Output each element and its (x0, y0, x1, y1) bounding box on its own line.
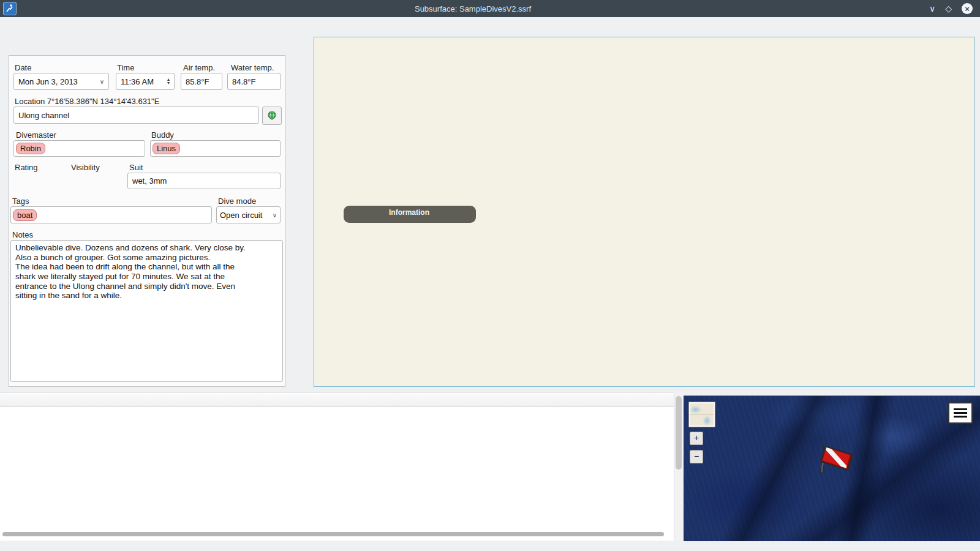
dive-list-header (0, 392, 674, 407)
map-zoom-out-button[interactable]: − (690, 450, 703, 463)
date-label: Date (15, 63, 31, 72)
date-combobox[interactable]: Mon Jun 3, 2013∨ (13, 73, 109, 90)
tags-label: Tags (12, 197, 29, 206)
divemaster-input[interactable]: Robin (13, 140, 145, 157)
tags-input[interactable]: boat (10, 206, 212, 223)
minimize-button[interactable]: ∨ (929, 4, 935, 13)
chevron-down-icon: ∨ (100, 78, 104, 85)
vertical-scrollbar[interactable] (674, 392, 684, 540)
buddy-input[interactable]: Linus (150, 140, 281, 157)
profile-toolbar (292, 39, 314, 388)
hamburger-icon (954, 408, 967, 418)
chevron-down-icon: ∨ (273, 212, 277, 219)
rating-label: Rating (15, 163, 38, 172)
buddy-chip[interactable]: Linus (153, 143, 180, 154)
time-label: Time (117, 63, 134, 72)
window-title: Subsurface: SampleDivesV2.ssrf (17, 4, 929, 13)
spinner-icons[interactable]: ▴▾ (167, 78, 170, 85)
dive-profile-chart[interactable]: Information (314, 37, 975, 387)
app-icon (3, 2, 17, 15)
suit-input[interactable]: wet, 3mm (127, 173, 281, 189)
notes-label: Notes (12, 230, 33, 239)
maximize-button[interactable]: ◇ (945, 4, 952, 13)
visibility-label: Visibility (71, 163, 100, 172)
map-zoom-in-button[interactable]: + (690, 432, 703, 445)
tag-chip[interactable]: boat (13, 209, 37, 221)
buddy-label: Buddy (151, 130, 174, 140)
dive-flag-marker[interactable] (813, 440, 856, 483)
notes-textarea[interactable]: Unbelievable dive. Dozens and dozens of … (10, 240, 283, 382)
information-tooltip[interactable]: Information (344, 206, 476, 223)
water-temp-field[interactable]: 84.8°F (227, 73, 281, 90)
divemaster-chip[interactable]: Robin (16, 143, 45, 154)
globe-button[interactable] (262, 107, 282, 125)
map-overview-thumbnail[interactable] (688, 402, 715, 427)
globe-icon (267, 111, 277, 121)
location-label: Location 7°16'58.386"N 134°14'43.631"E (15, 97, 159, 106)
map-menu-button[interactable] (948, 402, 973, 424)
time-spinbox[interactable]: 11:36 AM▴▾ (116, 73, 175, 90)
close-button[interactable]: × (962, 3, 973, 14)
dive-site-map[interactable]: + − (684, 395, 980, 541)
air-temp-label: Air temp. (183, 63, 215, 72)
dive-list (0, 392, 674, 541)
title-bar: Subsurface: SampleDivesV2.ssrf ∨ ◇ × (0, 0, 980, 17)
dive-mode-label: Dive mode (218, 197, 256, 206)
information-title: Information (347, 208, 471, 217)
location-input[interactable]: Ulong channel (13, 107, 259, 124)
horizontal-scrollbar[interactable] (2, 532, 671, 537)
suit-label: Suit (129, 163, 143, 172)
water-temp-label: Water temp. (231, 63, 274, 72)
dive-mode-select[interactable]: Open circuit∨ (216, 206, 281, 223)
divemaster-label: Divemaster (16, 130, 56, 140)
menu-bar (0, 17, 980, 36)
air-temp-field[interactable]: 85.8°F (181, 73, 222, 90)
